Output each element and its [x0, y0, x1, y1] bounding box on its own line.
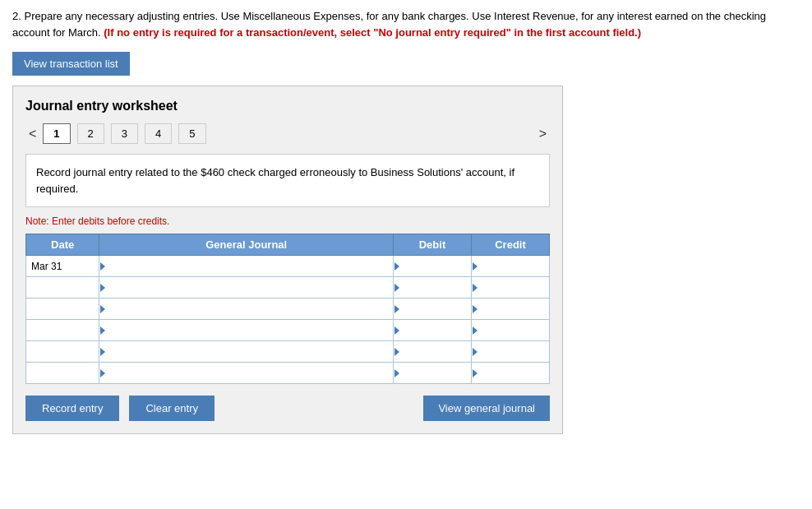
credit-cell[interactable]	[471, 363, 549, 384]
credit-header: Credit	[471, 234, 549, 256]
journal-table: Date General Journal Debit Credit Mar 31	[25, 234, 550, 384]
credit-input[interactable]	[472, 298, 549, 319]
journal-input[interactable]	[99, 256, 393, 276]
worksheet-container: Journal entry worksheet < 1 2 3 4 5 > Re…	[12, 86, 563, 434]
journal-cell[interactable]	[99, 363, 394, 384]
instruction-number: 2.	[12, 10, 21, 22]
instruction-bold-red: (If no entry is required for a transacti…	[104, 26, 641, 39]
view-general-journal-button[interactable]: View general journal	[423, 396, 550, 421]
debit-header: Debit	[394, 234, 472, 256]
credit-input[interactable]	[472, 341, 549, 362]
date-cell	[26, 298, 99, 320]
table-row	[26, 363, 550, 384]
table-row: Mar 31	[26, 256, 550, 277]
debit-cell[interactable]	[394, 320, 472, 341]
journal-cell[interactable]	[99, 277, 394, 298]
debit-cell[interactable]	[394, 298, 472, 320]
journal-input[interactable]	[99, 277, 393, 298]
buttons-row: Record entry Clear entry View general jo…	[25, 396, 550, 421]
credit-cell[interactable]	[471, 341, 549, 363]
debit-input[interactable]	[394, 320, 471, 340]
debit-input[interactable]	[394, 277, 471, 298]
credit-input[interactable]	[472, 363, 549, 383]
journal-input[interactable]	[99, 320, 393, 340]
debit-input[interactable]	[394, 363, 471, 383]
date-header: Date	[26, 234, 99, 256]
table-row	[26, 320, 550, 341]
date-cell: Mar 31	[26, 256, 99, 277]
debit-input[interactable]	[394, 256, 471, 276]
date-cell	[26, 320, 99, 341]
debit-input[interactable]	[394, 341, 471, 362]
prev-tab-button[interactable]: <	[25, 127, 39, 141]
tab-1[interactable]: 1	[43, 123, 70, 144]
debit-cell[interactable]	[394, 363, 472, 384]
date-cell	[26, 363, 99, 384]
date-cell	[26, 341, 99, 363]
record-entry-button[interactable]: Record entry	[25, 396, 119, 421]
credit-cell[interactable]	[471, 298, 549, 320]
debit-cell[interactable]	[394, 277, 472, 298]
debit-input[interactable]	[394, 298, 471, 319]
description-box: Record journal entry related to the $460…	[25, 154, 550, 207]
credit-cell[interactable]	[471, 277, 549, 298]
debit-cell[interactable]	[394, 256, 472, 277]
journal-cell[interactable]	[99, 256, 394, 277]
journal-input[interactable]	[99, 341, 393, 362]
credit-cell[interactable]	[471, 256, 549, 277]
tabs-row: < 1 2 3 4 5 >	[25, 123, 550, 144]
journal-cell[interactable]	[99, 341, 394, 363]
tab-4[interactable]: 4	[145, 123, 172, 144]
table-row	[26, 277, 550, 298]
next-tab-button[interactable]: >	[536, 127, 550, 141]
note-text: Note: Enter debits before credits.	[25, 215, 550, 227]
table-row	[26, 341, 550, 363]
journal-input[interactable]	[99, 298, 393, 319]
tab-3[interactable]: 3	[111, 123, 138, 144]
clear-entry-button[interactable]: Clear entry	[129, 396, 215, 421]
instruction-text: 2. Prepare any necessary adjusting entri…	[12, 8, 785, 40]
table-row	[26, 298, 550, 320]
journal-input[interactable]	[99, 363, 393, 383]
description-text: Record journal entry related to the $460…	[36, 166, 514, 195]
journal-header: General Journal	[99, 234, 394, 256]
credit-input[interactable]	[472, 320, 549, 340]
credit-input[interactable]	[472, 256, 549, 276]
journal-cell[interactable]	[99, 320, 394, 341]
tab-2[interactable]: 2	[77, 123, 104, 144]
worksheet-title: Journal entry worksheet	[25, 99, 550, 113]
credit-input[interactable]	[472, 277, 549, 298]
debit-cell[interactable]	[394, 341, 472, 363]
date-cell	[26, 277, 99, 298]
tab-5[interactable]: 5	[178, 123, 205, 144]
view-transaction-button[interactable]: View transaction list	[12, 52, 130, 76]
credit-cell[interactable]	[471, 320, 549, 341]
journal-cell[interactable]	[99, 298, 394, 320]
